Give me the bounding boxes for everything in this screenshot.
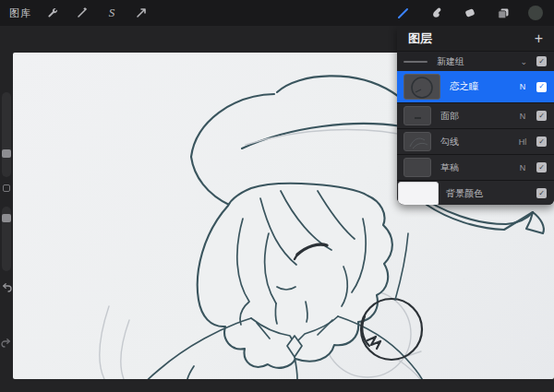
layer-thumbnail [403,106,431,125]
group-thumb-dash [403,61,428,63]
layers-panel-title: 图层 [408,30,432,47]
blend-mode-badge[interactable]: N [516,163,529,172]
magic-wand-adjustments-icon[interactable] [74,5,90,21]
color-swatch-button[interactable] [528,6,543,20]
wrench-actions-icon[interactable] [44,5,61,21]
undo-icon[interactable] [1,280,12,297]
layer-group-row[interactable]: 新建组 ⌄ ✓ [397,51,554,71]
blend-mode-badge[interactable]: N [516,112,529,121]
chevron-down-icon[interactable]: ⌄ [520,57,527,66]
top-toolbar: 图库 S [0,0,554,26]
layer-name: 恋之瞳 [450,80,516,93]
layer-visibility-checkbox[interactable]: ✓ [536,162,547,172]
procreate-app: 图库 S [0,0,554,392]
layer-row[interactable]: 勾线 Hl ✓ [397,128,554,154]
gallery-button[interactable]: 图库 [9,6,31,20]
group-visibility-checkbox[interactable]: ✓ [536,56,547,66]
brush-size-handle[interactable] [2,149,11,158]
layer-visibility-checkbox[interactable]: ✓ [536,111,547,121]
layers-stack-icon[interactable] [495,5,512,21]
layer-name: 草稿 [440,161,516,174]
layer-visibility-checkbox[interactable]: ✓ [536,188,547,198]
layers-panel: 图层 + 新建组 ⌄ ✓ 恋之瞳 N ✓ [397,26,554,205]
background-color-thumbnail [398,182,439,206]
selection-s-icon[interactable]: S [103,5,120,21]
blend-mode-badge[interactable]: Hl [516,137,529,147]
add-layer-button[interactable]: + [535,31,543,46]
brush-size-slider[interactable] [2,92,11,177]
layer-row[interactable]: 面部 N ✓ [397,102,554,128]
background-color-row[interactable]: 背景颜色 ✓ [397,180,554,205]
smudge-finger-icon[interactable] [428,5,445,21]
opacity-handle[interactable] [2,214,11,222]
layer-name: 背景颜色 [446,187,536,200]
layer-name: 面部 [440,110,516,123]
layer-thumbnail [403,74,440,100]
layer-row[interactable]: 草稿 N ✓ [397,154,554,180]
layer-visibility-checkbox[interactable]: ✓ [536,82,547,92]
layer-thumbnail [403,158,431,177]
layer-thumbnail [403,132,431,151]
layer-row-selected[interactable]: 恋之瞳 N ✓ [397,71,554,102]
layer-name: 勾线 [440,136,516,148]
modify-button[interactable] [3,184,10,192]
eraser-icon[interactable] [462,5,478,21]
group-name: 新建组 [437,55,520,68]
layer-visibility-checkbox[interactable]: ✓ [536,137,547,147]
left-sidebar [0,26,13,392]
blend-mode-badge[interactable]: N [516,82,529,91]
transform-arrow-icon[interactable] [133,5,150,21]
redo-icon[interactable] [1,336,12,352]
paint-brush-icon[interactable] [395,5,412,21]
